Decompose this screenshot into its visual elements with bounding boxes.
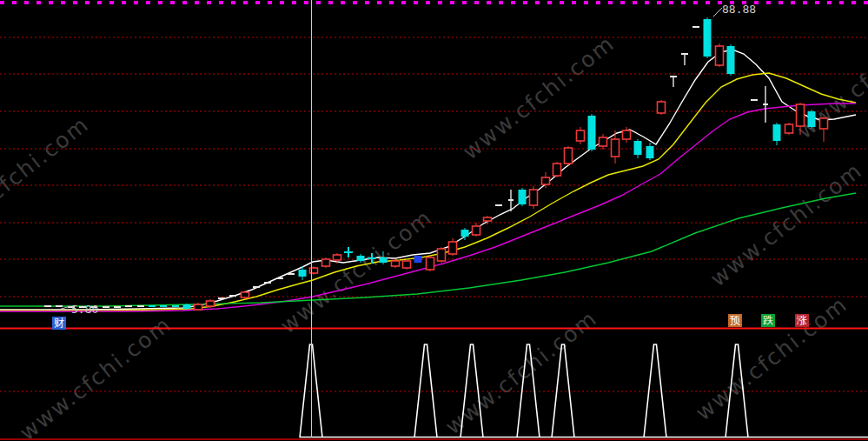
candle-body-hollow bbox=[797, 104, 805, 126]
candle-body-fill bbox=[634, 141, 642, 155]
candle-body-hollow bbox=[553, 164, 561, 176]
signal-spike bbox=[517, 344, 540, 438]
candle-body-hollow bbox=[449, 242, 457, 254]
candle-body-hollow bbox=[242, 292, 249, 297]
candle-body-fill bbox=[414, 256, 422, 263]
candle-body-hollow bbox=[334, 255, 341, 260]
candle-body-fill bbox=[461, 230, 469, 237]
candle-body-hollow bbox=[623, 130, 631, 139]
signal-spike bbox=[644, 344, 666, 438]
candle-body-hollow bbox=[438, 249, 446, 261]
candle-body-hollow bbox=[392, 261, 400, 266]
signal-spike bbox=[552, 344, 574, 438]
signal-badge-fall: 跌 bbox=[761, 314, 775, 327]
candle-body-fill bbox=[357, 256, 365, 261]
candle-body-fill bbox=[727, 46, 735, 74]
candle-body-hollow bbox=[322, 259, 330, 266]
candle-body-hollow bbox=[310, 268, 318, 273]
candle-body-hollow bbox=[427, 257, 434, 270]
candle-body-fill bbox=[588, 116, 596, 150]
price-chart-canvas[interactable] bbox=[0, 0, 868, 441]
ma-green bbox=[0, 193, 856, 306]
candle-body-hollow bbox=[658, 102, 666, 113]
signal-spike bbox=[726, 344, 748, 438]
high-price-label: 88.88 bbox=[722, 3, 756, 15]
signal-badge-cai: 财 bbox=[52, 317, 66, 330]
candle-body-hollow bbox=[820, 118, 828, 129]
candle-body-hollow bbox=[542, 177, 550, 184]
candle-body-fill bbox=[646, 146, 654, 158]
signal-badge-forecast: 预 bbox=[728, 314, 742, 327]
candle-body-fill bbox=[183, 304, 191, 309]
candle-body-fill bbox=[808, 111, 816, 127]
candle-body-fill bbox=[380, 257, 388, 263]
signal-badge-rise: 涨 bbox=[795, 314, 809, 327]
candle-body-hollow bbox=[484, 217, 492, 221]
candle-body-fill bbox=[704, 19, 712, 57]
candle-body-hollow bbox=[716, 46, 724, 65]
candle-body-hollow bbox=[565, 148, 573, 164]
low-price-label: 5.80 bbox=[71, 304, 98, 315]
candle-body-hollow bbox=[785, 124, 793, 133]
stock-chart-window: www.cfchi.comwww.cfchi.comwww.cfchi.comw… bbox=[0, 0, 868, 441]
candle-body-hollow bbox=[600, 137, 607, 146]
candle-body-fill bbox=[773, 124, 781, 141]
candle-body-fill bbox=[299, 270, 307, 277]
signal-spike bbox=[461, 344, 483, 438]
candle-body-hollow bbox=[195, 304, 202, 310]
candle-body-hollow bbox=[530, 190, 538, 205]
candle-body-hollow bbox=[612, 139, 620, 157]
ma-white bbox=[0, 50, 856, 310]
candle-body-hollow bbox=[473, 226, 480, 235]
high-marker-pointer bbox=[713, 8, 722, 17]
candle-body-hollow bbox=[403, 261, 411, 268]
ma-magenta bbox=[0, 104, 856, 311]
candle-body-hollow bbox=[577, 130, 585, 141]
ma-yellow bbox=[0, 73, 856, 311]
candle-body-hollow bbox=[207, 301, 215, 306]
candle-body-fill bbox=[519, 190, 527, 204]
